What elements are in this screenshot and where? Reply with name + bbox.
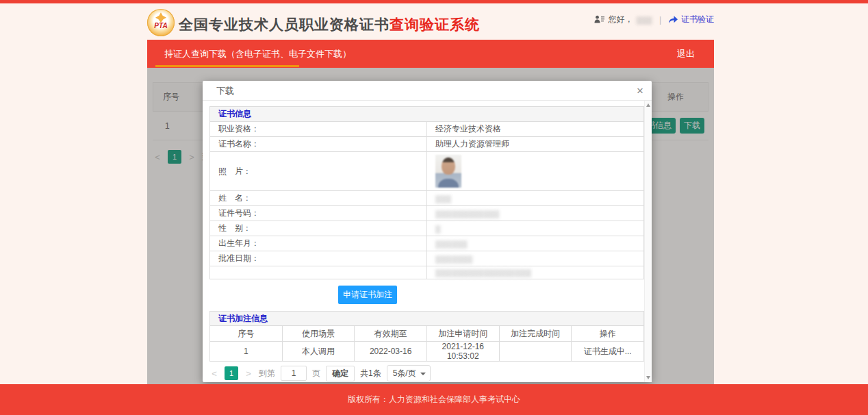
section-header-row: 证书加注信息 (210, 312, 644, 326)
cert-verify-link[interactable]: 证书验证 (668, 14, 714, 25)
active-tab-underline (155, 65, 299, 67)
footer-copyright: 版权所有：人力资源和社会保障部人事考试中心 (348, 394, 520, 405)
page-footer: 版权所有：人力资源和社会保障部人事考试中心 (0, 384, 868, 415)
annotation-cell (499, 342, 572, 362)
masked-value: ▒▒▒▒▒▒▒▒▒▒▒▒ (435, 210, 500, 218)
greeting-text: 您好， (608, 14, 633, 25)
modal-header: 下载 × (203, 81, 652, 101)
field-value: ▒ (427, 221, 644, 236)
scroll-down-icon[interactable] (646, 376, 650, 379)
field-label (210, 266, 427, 279)
masked-value: ▒▒▒▒▒▒ (435, 240, 468, 248)
logo-flame-icon (155, 12, 166, 23)
next-page-icon[interactable]: > (244, 368, 253, 379)
cert-info-row: 照 片： (210, 152, 644, 191)
field-label: 证件号码： (210, 206, 427, 221)
cert-info-row: 批准日期：▒▒▒▒▒▒▒ (210, 251, 644, 266)
field-value: ▒▒▒ (427, 191, 644, 206)
download-modal: 下载 × 证书信息 职业资格：经济专业技术资格证书名称：助理人力资源管理师照 片… (203, 81, 652, 382)
close-icon[interactable]: × (631, 81, 649, 100)
field-label: 批准日期： (210, 251, 427, 266)
main-navbar: 持证人查询下载（含电子证书、电子文件下载） 退出 (147, 40, 714, 68)
cert-info-row: 姓 名：▒▒▒ (210, 191, 644, 206)
cert-info-table-body: 证书信息 职业资格：经济专业技术资格证书名称：助理人力资源管理师照 片：姓 名：… (210, 107, 644, 279)
annotation-column-header-row: 序号使用场景有效期至加注申请时间加注完成时间操作 (210, 326, 644, 342)
user-icon (594, 15, 604, 24)
total-count-label: 共1条 (360, 368, 381, 379)
cert-info-row: 证件号码：▒▒▒▒▒▒▒▒▒▒▒▒ (210, 206, 644, 221)
tab-holder-query-download[interactable]: 持证人查询下载（含电子证书、电子文件下载） (164, 40, 351, 68)
cert-info-section-title: 证书信息 (210, 107, 644, 122)
cert-info-row: 证书名称：助理人力资源管理师 (210, 137, 644, 152)
logo-text: PTA (154, 22, 167, 29)
annotation-section-title: 证书加注信息 (210, 312, 644, 326)
modal-body: 证书信息 职业资格：经济专业技术资格证书名称：助理人力资源管理师照 片：姓 名：… (203, 101, 644, 382)
goto-label: 到第 (259, 368, 275, 379)
annotation-table: 证书加注信息 序号使用场景有效期至加注申请时间加注完成时间操作 1本人调用202… (209, 311, 644, 362)
annotation-column-header: 操作 (572, 326, 644, 342)
modal-title: 下载 (216, 81, 234, 101)
annotation-cell: 2022-03-16 (355, 342, 427, 362)
cert-info-row: 性 别：▒ (210, 221, 644, 236)
field-value (427, 152, 644, 191)
field-label: 照 片： (210, 152, 427, 191)
page-header: PTA 全国专业技术人员职业资格证书查询验证系统 您好， ▒▒▒ | 证书验证 (0, 3, 868, 40)
scroll-up-icon[interactable] (646, 103, 650, 107)
annotation-row: 1本人调用2022-03-162021-12-16 10:53:02证书生成中.… (210, 342, 644, 362)
page-title-main: 全国专业技术人员职业资格证书 (179, 16, 390, 32)
page-title-accent: 查询验证系统 (390, 16, 480, 32)
field-label: 职业资格： (210, 122, 427, 137)
modal-scrollbar[interactable] (644, 101, 652, 382)
page-title: 全国专业技术人员职业资格证书查询验证系统 (179, 15, 480, 34)
user-info-bar: 您好， ▒▒▒ | 证书验证 (594, 14, 714, 25)
apply-annotation-button[interactable]: 申请证书加注 (338, 286, 397, 304)
cert-info-row: 职业资格：经济专业技术资格 (210, 122, 644, 137)
masked-value: ▒▒▒▒▒▒▒▒▒▒▒▒▒▒▒▒▒▒ (435, 268, 531, 277)
annotation-column-header: 序号 (210, 326, 283, 342)
annotation-table-body: 证书加注信息 序号使用场景有效期至加注申请时间加注完成时间操作 1本人调用202… (210, 312, 644, 362)
cert-info-table: 证书信息 职业资格：经济专业技术资格证书名称：助理人力资源管理师照 片：姓 名：… (209, 106, 644, 279)
field-value: 经济专业技术资格 (427, 122, 644, 137)
certificate-photo (435, 155, 461, 188)
field-value: ▒▒▒▒▒▒▒▒▒▒▒▒▒▒▒▒▒▒ (427, 266, 644, 279)
cert-info-row: 出生年月：▒▒▒▒▒▒ (210, 236, 644, 251)
current-page-button[interactable]: 1 (225, 366, 238, 380)
page-unit-label: 页 (312, 368, 320, 379)
logout-button[interactable]: 退出 (677, 40, 695, 68)
confirm-page-button[interactable]: 确定 (326, 366, 355, 381)
masked-value: ▒▒▒ (435, 194, 451, 203)
section-header-row: 证书信息 (210, 107, 644, 122)
modal-pagination: < 1 > 到第 页 确定 共1条 5条/页 (209, 365, 644, 381)
annotation-cell: 2021-12-16 10:53:02 (426, 342, 499, 362)
username-masked: ▒▒▒ (636, 16, 652, 24)
page-size-value: 5条/页 (393, 368, 416, 378)
annotation-cell: 本人调用 (282, 342, 355, 362)
masked-value: ▒▒▒▒▒▒▒ (435, 255, 473, 263)
field-value: ▒▒▒▒▒▒▒▒▒▒▒▒ (427, 206, 644, 221)
value-text: 助理人力资源管理师 (435, 139, 509, 149)
annotation-column-header: 加注完成时间 (499, 326, 572, 342)
annotation-column-header: 使用场景 (282, 326, 355, 342)
cert-verify-label: 证书验证 (681, 14, 714, 25)
share-arrow-icon (668, 15, 678, 24)
field-label: 性 别： (210, 221, 427, 236)
annotation-column-header: 加注申请时间 (426, 326, 499, 342)
field-label: 姓 名： (210, 191, 427, 206)
annotation-status-link[interactable]: 证书生成中... (572, 342, 644, 362)
field-value: ▒▒▒▒▒▒▒ (427, 251, 644, 266)
prev-page-icon[interactable]: < (209, 368, 219, 379)
page-size-select[interactable]: 5条/页 (387, 365, 431, 381)
annotation-cell: 1 (210, 342, 283, 362)
goto-page-input[interactable] (281, 366, 307, 381)
cert-info-row: ▒▒▒▒▒▒▒▒▒▒▒▒▒▒▒▒▒▒ (210, 266, 644, 279)
field-value: 助理人力资源管理师 (427, 137, 644, 152)
pta-logo: PTA (147, 9, 175, 36)
divider: | (659, 15, 661, 25)
value-text: 经济专业技术资格 (435, 124, 501, 134)
field-label: 证书名称： (210, 137, 427, 152)
masked-value: ▒ (435, 225, 441, 233)
field-label: 出生年月： (210, 236, 427, 251)
chevron-down-icon (420, 373, 426, 375)
field-value: ▒▒▒▒▒▒ (427, 236, 644, 251)
annotation-column-header: 有效期至 (355, 326, 427, 342)
